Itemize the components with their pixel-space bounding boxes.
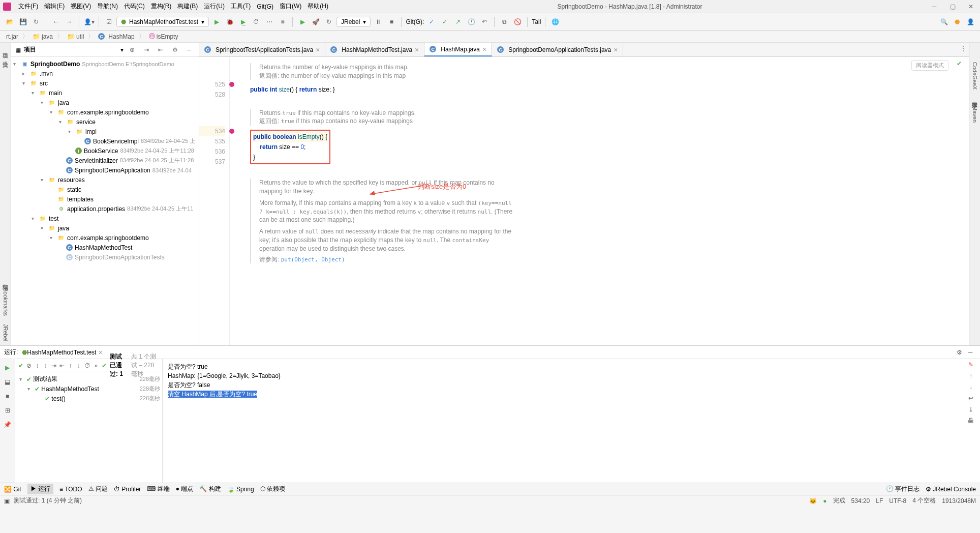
- jr-pause-icon[interactable]: ⏸: [373, 16, 384, 27]
- git-rollback-icon[interactable]: ↶: [479, 16, 490, 27]
- bc-rtjar[interactable]: rt.jar: [4, 33, 20, 41]
- menu-window[interactable]: 窗口(W): [277, 1, 304, 12]
- bottom-run[interactable]: ▶ 运行: [27, 484, 53, 494]
- status-indent[interactable]: 4 个空格: [912, 496, 936, 505]
- tab-more-icon[interactable]: ⋮: [958, 43, 969, 54]
- edit-icon[interactable]: ✎: [965, 359, 976, 370]
- attach-icon[interactable]: ⋯: [264, 16, 275, 27]
- export-icon[interactable]: ⏱: [84, 360, 90, 371]
- sort2-icon[interactable]: ↕: [43, 360, 48, 371]
- menu-run[interactable]: 运行(U): [201, 1, 228, 12]
- status-lf[interactable]: LF: [876, 497, 883, 505]
- sidebar-commit-tab[interactable]: 提交: [1, 53, 10, 61]
- close-icon[interactable]: ×: [614, 46, 618, 54]
- hide-icon[interactable]: ─: [965, 347, 976, 358]
- diff-icon[interactable]: ⧉: [499, 16, 510, 27]
- rerun-icon[interactable]: ▶: [2, 362, 13, 373]
- show-ignored-icon[interactable]: ⊘: [26, 360, 32, 371]
- menu-refactor[interactable]: 重构(R): [148, 1, 175, 12]
- close-icon[interactable]: ×: [98, 348, 102, 357]
- status-enc[interactable]: UTF-8: [889, 497, 906, 505]
- collapse-all-icon[interactable]: ⇤: [59, 360, 65, 371]
- target-icon[interactable]: ⊕: [127, 44, 138, 55]
- debug-icon[interactable]: 🐞: [224, 16, 235, 27]
- close-icon[interactable]: ×: [482, 45, 486, 53]
- gear-icon[interactable]: ⚙: [954, 347, 965, 358]
- run-tab-name[interactable]: HashMapMethodTest.test: [27, 349, 96, 356]
- print-icon[interactable]: 🖶: [965, 415, 976, 426]
- show-passed-icon[interactable]: ✔: [18, 360, 23, 371]
- settings-icon[interactable]: ⬣: [952, 16, 963, 27]
- sync-icon[interactable]: ↻: [30, 16, 42, 27]
- project-tree[interactable]: ▾▣SpringbootDemoSpringbootDemo E:\Spring…: [11, 57, 199, 345]
- tail-label[interactable]: Tail: [532, 18, 541, 25]
- git-history-icon[interactable]: 🕐: [466, 16, 477, 27]
- maximize-icon[interactable]: ▢: [946, 3, 959, 11]
- jrebel-selector[interactable]: JRebel ▾: [336, 17, 371, 27]
- toggle-icon[interactable]: ⬓: [2, 376, 13, 388]
- bc-isempty[interactable]: ⓜisEmpty: [147, 32, 180, 41]
- bottom-build[interactable]: 🔨 构建: [199, 485, 221, 493]
- sidebar-structure-tab[interactable]: 结构: [1, 276, 10, 284]
- coverage-icon[interactable]: ▶̲: [237, 16, 249, 27]
- hide-icon[interactable]: ─: [183, 44, 195, 55]
- expand-icon[interactable]: ⇥: [141, 44, 152, 55]
- status-icon[interactable]: ▣: [4, 497, 10, 505]
- menu-code[interactable]: 代码(C): [121, 1, 148, 12]
- bottom-deps[interactable]: ⬡ 依赖项: [260, 485, 285, 493]
- layout-icon[interactable]: ⊞: [2, 405, 13, 416]
- jr-run-icon[interactable]: ▶: [297, 16, 308, 27]
- git-update-icon[interactable]: ✓: [426, 16, 437, 27]
- git-push-icon[interactable]: ↗: [452, 16, 464, 27]
- console-output[interactable]: 是否为空? true HashMap: {1=Google, 2=Jiyik, …: [163, 359, 965, 483]
- status-mem[interactable]: 1913/2048M: [942, 497, 976, 505]
- tab-hashmap-test[interactable]: CHashMapMethodTest.java×: [325, 43, 424, 56]
- code-editor[interactable]: 阅读器模式 ✔ 525 528 534 535 536 537 Returns …: [199, 57, 969, 345]
- bc-hashmap[interactable]: CHashMap: [96, 33, 136, 41]
- tab-hashmap[interactable]: CHashMap.java×: [424, 43, 492, 56]
- bottom-problems[interactable]: ⚠ 问题: [88, 485, 108, 493]
- stop-icon[interactable]: ■: [2, 391, 13, 402]
- bc-java[interactable]: 📁java: [30, 33, 55, 41]
- minimize-icon[interactable]: ─: [928, 3, 940, 11]
- sidebar-database-tab[interactable]: 数据库: [970, 94, 979, 102]
- bottom-spring[interactable]: 🍃 Spring: [227, 486, 254, 493]
- collapse-icon[interactable]: ⇤: [155, 44, 166, 55]
- chevron-down-icon[interactable]: ▾: [120, 46, 124, 53]
- up-arrow-icon[interactable]: ↑: [965, 370, 976, 381]
- menu-view[interactable]: 视图(V): [68, 1, 94, 12]
- search-icon[interactable]: 🔍: [938, 16, 950, 27]
- run-icon[interactable]: ▶: [211, 16, 222, 27]
- cat-icon[interactable]: 🐱: [809, 497, 817, 505]
- git-commit-icon[interactable]: ✓: [439, 16, 450, 27]
- forward-icon[interactable]: →: [64, 16, 75, 27]
- stop2-icon[interactable]: 🚫: [512, 16, 523, 27]
- checkbox-icon[interactable]: ☑: [103, 16, 114, 27]
- sidebar-bookmarks-tab[interactable]: Bookmarks: [2, 284, 10, 320]
- open-icon[interactable]: 📂: [4, 16, 15, 27]
- bottom-todo[interactable]: ≡ TODO: [59, 486, 82, 493]
- wrap-icon[interactable]: ↩: [965, 393, 976, 404]
- sidebar-project-tab[interactable]: 项目: [1, 45, 10, 53]
- menu-edit[interactable]: 编辑(E): [41, 1, 68, 12]
- more-icon[interactable]: »: [94, 360, 99, 371]
- run-config-selector[interactable]: ⬣ HashMapMethodTest.test ▾: [116, 17, 209, 27]
- sidebar-maven-tab[interactable]: Maven: [971, 102, 979, 127]
- person-icon[interactable]: 👤▾: [83, 16, 95, 27]
- close-icon[interactable]: ×: [316, 46, 320, 54]
- scroll-icon[interactable]: ⤓: [965, 404, 976, 415]
- sidebar-codegeex-tab[interactable]: CodeGeeX: [971, 58, 979, 94]
- next-icon[interactable]: ↓: [76, 360, 81, 371]
- tab-springboot-test[interactable]: CSpringbootTestApplicationTests.java×: [199, 43, 325, 56]
- sidebar-jrebel-tab[interactable]: JRebel: [2, 320, 10, 345]
- avatar-icon[interactable]: 👤: [965, 16, 976, 27]
- close-icon[interactable]: ×: [415, 46, 419, 54]
- bc-util[interactable]: 📁util: [65, 33, 86, 41]
- menu-tools[interactable]: 工具(T): [228, 1, 254, 12]
- sort-icon[interactable]: ↕: [35, 360, 40, 371]
- menu-git[interactable]: Git(G): [254, 2, 277, 11]
- bottom-terminal[interactable]: ⌨ 终端: [147, 485, 169, 493]
- bottom-jrebel-console[interactable]: ⚙ JRebel Console: [926, 486, 976, 493]
- menu-help[interactable]: 帮助(H): [304, 1, 331, 12]
- jr-reload-icon[interactable]: ↻: [323, 16, 334, 27]
